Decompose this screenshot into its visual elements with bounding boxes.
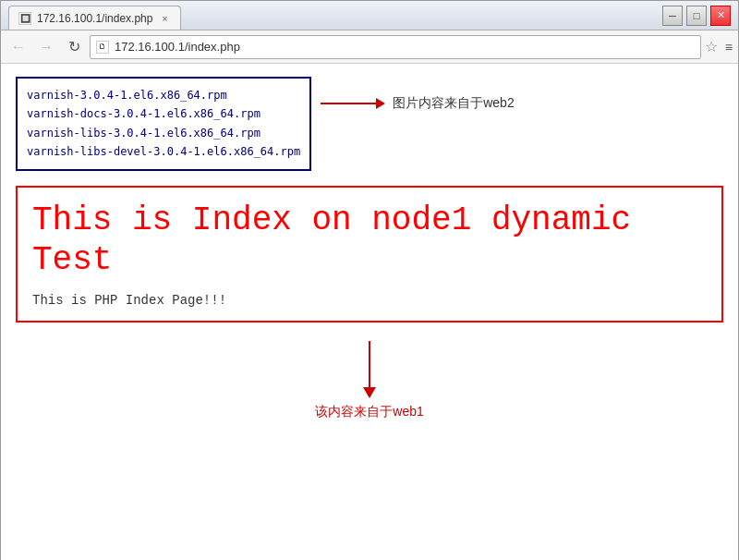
rpm-line-4: varnish-libs-devel-3.0.4-1.el6.x86_64.rp… [27,142,300,161]
web1-label: 该内容来自于web1 [315,404,423,420]
nav-bar: ← → ↻ 🗋 172.16.100.1/index.php ☆ ≡ [1,30,738,64]
browser-menu-icon[interactable]: ≡ [725,40,733,55]
address-bar[interactable]: 🗋 172.16.100.1/index.php [90,35,701,59]
tab-area: 🔲 172.16.100.1/index.php × [8,1,662,30]
tab-title: 172.16.100.1/index.php [37,12,152,25]
main-heading: This is Index on node1 dynamic Test [32,201,707,280]
minimize-button[interactable]: ─ [662,6,683,26]
title-bar: 🔲 172.16.100.1/index.php × ─ □ ✕ [1,1,738,30]
web2-label: 图片内容来自于web2 [393,95,514,112]
refresh-button[interactable]: ↻ [62,35,86,59]
rpm-list-box: varnish-3.0.4-1.el6.x86_64.rpm varnish-d… [16,77,311,171]
arrow-vertical-line [369,341,370,387]
arrow-down-head [363,387,376,398]
address-text: 172.16.100.1/index.php [115,40,695,54]
bookmark-star-icon[interactable]: ☆ [705,38,718,55]
forward-button[interactable]: → [34,35,58,59]
web2-section: varnish-3.0.4-1.el6.x86_64.rpm varnish-d… [16,77,723,171]
page-content: varnish-3.0.4-1.el6.x86_64.rpm varnish-d… [1,64,738,560]
address-favicon: 🗋 [96,41,109,54]
browser-tab[interactable]: 🔲 172.16.100.1/index.php × [8,6,181,30]
web1-section: 该内容来自于web1 [16,341,723,420]
arrow-right-head [376,98,385,109]
main-content-box: This is Index on node1 dynamic Test This… [16,186,723,323]
window-controls: ─ □ ✕ [662,6,731,26]
tab-favicon: 🔲 [18,12,31,25]
heading-line-1: This is Index on node1 dynamic [32,201,707,240]
browser-window: 🔲 172.16.100.1/index.php × ─ □ ✕ ← → ↻ 🗋… [0,0,739,560]
tab-close-button[interactable]: × [158,12,171,25]
back-button[interactable]: ← [6,35,30,59]
main-subtext: This is PHP Index Page!!! [32,293,707,308]
maximize-button[interactable]: □ [686,6,707,26]
heading-line-2: Test [32,240,707,280]
rpm-line-3: varnish-libs-3.0.4-1.el6.x86_64.rpm [27,124,300,142]
web2-arrow: 图片内容来自于web2 [321,95,514,112]
close-button[interactable]: ✕ [710,6,731,26]
rpm-line-2: varnish-docs-3.0.4-1.el6.x86_64.rpm [27,104,300,123]
rpm-line-1: varnish-3.0.4-1.el6.x86_64.rpm [27,86,300,104]
arrow-horizontal-line [321,103,376,104]
